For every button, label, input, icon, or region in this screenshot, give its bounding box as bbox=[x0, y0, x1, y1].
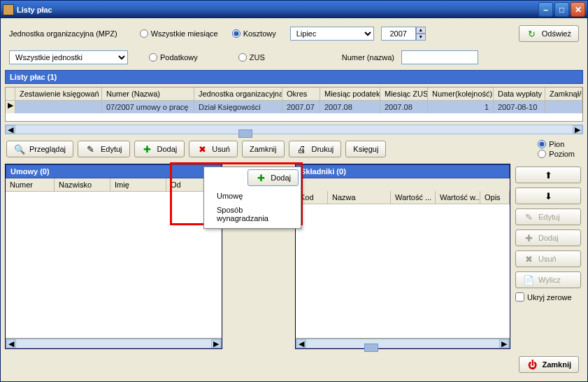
print-icon: 🖨 bbox=[296, 143, 308, 155]
umowy-header: Umowy (0) bbox=[6, 164, 222, 178]
umowy-panel: Umowy (0) Numer Nazwisko Imię Od ◀▶ bbox=[5, 164, 222, 349]
add-icon: ✚ bbox=[523, 232, 534, 243]
maximize-button[interactable]: □ bbox=[554, 2, 569, 17]
add-icon: ✚ bbox=[142, 143, 153, 155]
drukuj-button[interactable]: 🖨Drukuj bbox=[289, 141, 342, 157]
usun-button[interactable]: ✖Usuń bbox=[189, 141, 238, 157]
edit-icon: ✎ bbox=[85, 143, 96, 155]
move-up-button[interactable]: ⬆ bbox=[515, 167, 581, 183]
listy-plac-header: Listy płac (1) bbox=[5, 70, 583, 84]
refresh-icon: ↻ bbox=[526, 28, 538, 39]
year-input[interactable] bbox=[381, 27, 416, 41]
arrow-up-icon: ⬆ bbox=[543, 169, 554, 181]
popup-item-umowe[interactable]: Umowę bbox=[204, 189, 301, 203]
popup-item-sposob[interactable]: Sposób wynagradzania bbox=[204, 203, 301, 225]
edytuj-button[interactable]: ✎Edytuj bbox=[78, 141, 130, 157]
year-up[interactable]: ▲ bbox=[416, 27, 426, 34]
arrow-down-icon: ⬇ bbox=[543, 190, 554, 201]
table-row[interactable]: ▶ 07/2007 umowy o pracę Dział Księgowośc… bbox=[6, 101, 582, 113]
right-wylicz-button[interactable]: 📄Wylicz bbox=[515, 271, 581, 288]
unit-label: Jednostka organizacyjna (MPZ) bbox=[9, 29, 117, 38]
ukryj-zerowe-checkbox[interactable]: Ukryj zerowe bbox=[515, 292, 581, 302]
window-title: Listy płac bbox=[17, 6, 538, 14]
rb-pion[interactable] bbox=[538, 140, 546, 148]
rb-podatkowy[interactable] bbox=[149, 53, 157, 62]
skladniki-header: Składniki (0) bbox=[296, 164, 510, 178]
add-icon: ✚ bbox=[255, 172, 266, 183]
rb-poziom[interactable] bbox=[538, 150, 546, 158]
month-select[interactable]: Lipiec bbox=[290, 27, 374, 41]
app-icon bbox=[3, 4, 14, 15]
numer-nazwa-label: Numer (nazwa) bbox=[342, 53, 394, 62]
move-down-button[interactable]: ⬇ bbox=[515, 188, 581, 204]
right-usun-button[interactable]: ✖Usuń bbox=[515, 250, 581, 267]
rb-kosztowy[interactable] bbox=[232, 29, 241, 38]
zamknij-button[interactable]: Zamknij bbox=[242, 141, 285, 157]
close-button[interactable]: ✕ bbox=[571, 2, 585, 17]
edit-icon: ✎ bbox=[523, 211, 534, 222]
listy-grid-head: Zestawienie księgowań Numer (Nazwa) Jedn… bbox=[6, 87, 582, 101]
refresh-button[interactable]: ↻Odśwież bbox=[519, 25, 579, 42]
minimize-button[interactable]: – bbox=[538, 2, 553, 17]
popup-dodaj-button[interactable]: ✚Dodaj bbox=[248, 169, 299, 186]
power-icon: ⏻ bbox=[526, 359, 538, 370]
dodaj-button[interactable]: ✚Dodaj bbox=[134, 141, 185, 157]
ksieguj-button[interactable]: Księguj bbox=[345, 141, 386, 157]
titlebar: Listy płac – □ ✕ bbox=[1, 1, 587, 18]
footer-zamknij-button[interactable]: ⏻Zamknij bbox=[519, 356, 579, 373]
dodaj-popup: ✚Dodaj Umowę Sposób wynagradzania bbox=[203, 167, 301, 229]
year-down[interactable]: ▼ bbox=[416, 34, 426, 41]
umowy-hscroll[interactable]: ◀▶ bbox=[6, 339, 222, 348]
skladniki-panel: Składniki (0) Kod Nazwa Wartość ... Wart… bbox=[295, 164, 510, 349]
right-edytuj-button[interactable]: ✎Edytuj bbox=[515, 208, 581, 225]
browse-icon: 🔍 bbox=[14, 143, 25, 155]
calc-icon: 📄 bbox=[523, 274, 534, 285]
rb-zus[interactable] bbox=[238, 53, 247, 62]
numer-nazwa-input[interactable] bbox=[401, 50, 478, 64]
rb-all-months[interactable] bbox=[140, 29, 148, 38]
skladniki-hscroll[interactable]: ◀▶ bbox=[296, 339, 510, 348]
right-dodaj-button[interactable]: ✚Dodaj bbox=[515, 229, 581, 246]
przegladaj-button[interactable]: 🔍Przeglądaj bbox=[6, 141, 73, 157]
delete-icon: ✖ bbox=[523, 253, 534, 264]
listy-hscroll[interactable]: ◀▶ bbox=[5, 125, 583, 134]
unit-select[interactable]: Wszystkie jednostki bbox=[9, 50, 128, 64]
delete-icon: ✖ bbox=[196, 143, 208, 155]
right-buttons: ⬆ ⬇ ✎Edytuj ✚Dodaj ✖Usuń 📄Wylicz Ukryj z… bbox=[513, 164, 583, 349]
